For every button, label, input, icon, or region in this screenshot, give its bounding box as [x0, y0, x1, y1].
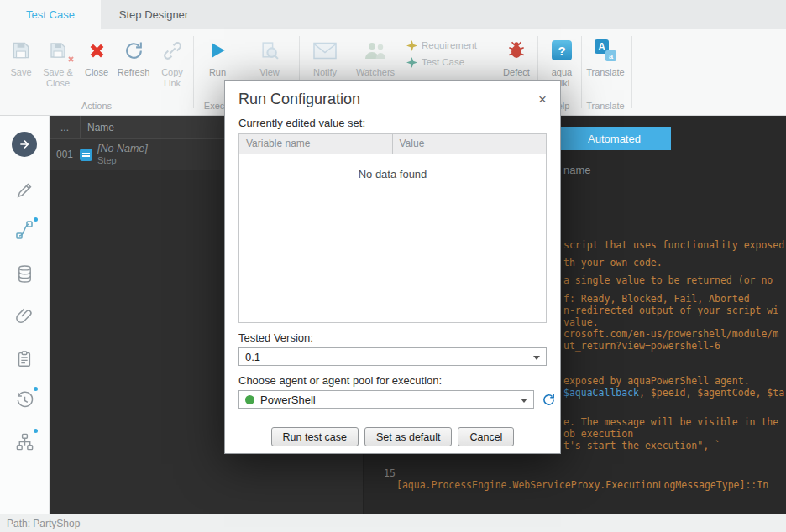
refresh-icon	[114, 34, 153, 66]
tested-version-select[interactable]: 0.1	[238, 347, 547, 366]
run-button[interactable]: Run	[198, 34, 237, 78]
link-icon	[153, 34, 191, 66]
step-number: 001	[50, 149, 75, 160]
sidebar-item-tasks[interactable]	[0, 341, 49, 378]
value-set-label: Currently edited value set:	[238, 117, 547, 129]
tab-test-case[interactable]: Test Case	[0, 0, 101, 29]
code-line: crosoft.com/en-us/powershell/module/m	[563, 328, 778, 340]
bug-icon	[497, 34, 536, 66]
value-set-table: Variable name Value No data found	[238, 133, 547, 323]
field-label-fragment: name	[563, 164, 591, 176]
set-as-default-button[interactable]: Set as default	[364, 427, 452, 446]
tab-test-case-label: Test Case	[26, 8, 75, 21]
copy-link-button[interactable]: Copy Link	[153, 34, 191, 89]
paperclip-icon	[15, 306, 34, 326]
code-line: n-redirected output of your script wi	[563, 305, 778, 316]
value-set-table-header: Variable name Value	[239, 134, 546, 154]
value-set-table-body: No data found	[239, 154, 546, 322]
steps-flow-icon	[14, 220, 34, 240]
agent-select[interactable]: PowerShell	[238, 390, 534, 409]
group-label-actions: Actions	[67, 101, 126, 111]
step-name: [No Name]	[97, 143, 148, 155]
document-tabs: Test Case Step Designer	[0, 0, 786, 29]
notify-button[interactable]: Notify	[306, 34, 344, 78]
code-line: a single value to be returned (or no	[563, 274, 773, 286]
test-case-icon	[406, 57, 417, 68]
sidebar-item-history[interactable]	[0, 381, 49, 418]
code-line: script that uses functionality exposed	[563, 239, 784, 251]
column-value[interactable]: Value	[393, 134, 547, 154]
code-line: value.	[563, 316, 599, 328]
run-configuration-dialog: Run Configuration × Currently edited val…	[224, 80, 561, 454]
code-line: t's start the execution", `	[563, 440, 720, 451]
no-data-message: No data found	[239, 154, 546, 180]
collapse-panel-button[interactable]	[0, 126, 49, 163]
chevron-down-icon	[521, 399, 527, 403]
tab-step-designer[interactable]: Step Designer	[101, 0, 207, 29]
database-icon	[15, 264, 34, 284]
code-line: ob execution	[563, 428, 633, 440]
tab-automated[interactable]: Automated	[558, 127, 671, 150]
tab-step-designer-label: Step Designer	[119, 8, 188, 21]
sidebar-item-data[interactable]	[0, 255, 49, 292]
view-icon	[250, 34, 289, 66]
close-icon	[77, 34, 116, 66]
cancel-button[interactable]: Cancel	[458, 427, 514, 446]
watchers-people-icon	[356, 34, 395, 66]
chevron-down-icon	[533, 356, 540, 360]
line-number: 15	[384, 467, 396, 479]
close-x-overlay-icon	[66, 55, 76, 64]
column-variable-name[interactable]: Variable name	[239, 134, 393, 154]
code-line: th your own code.	[563, 257, 663, 269]
sidebar-item-edit[interactable]	[0, 171, 49, 208]
save-icon	[2, 34, 40, 66]
status-bar: Path: PartyShop	[0, 514, 786, 532]
defect-button[interactable]: Defect	[497, 34, 536, 78]
column-dots[interactable]: ...	[50, 122, 80, 133]
sidebar-item-attachments[interactable]	[0, 297, 49, 334]
history-clock-icon	[15, 390, 34, 409]
help-question-icon: ?	[542, 34, 581, 66]
ribbon-separator	[581, 36, 582, 108]
run-play-icon	[198, 34, 237, 66]
code-line-variables: $aquaCallback, $peeId, $agentCode, $ta	[563, 387, 784, 399]
left-sidebar	[0, 116, 50, 514]
sidebar-item-steps[interactable]	[0, 211, 49, 248]
view-button[interactable]: View	[250, 34, 289, 78]
tested-version-value: 0.1	[245, 351, 260, 363]
watchers-button[interactable]: Watchers	[356, 34, 395, 78]
clipboard-icon	[15, 350, 34, 368]
dialog-close-icon[interactable]: ×	[538, 92, 547, 107]
pencil-icon	[15, 180, 34, 200]
path-label: Path: PartyShop	[7, 518, 80, 529]
add-item-group: Requirement Test Case	[406, 37, 477, 70]
notification-dot	[32, 216, 39, 223]
translate-icon: Aa	[586, 34, 625, 66]
agent-online-dot	[245, 395, 254, 404]
requirement-icon	[406, 40, 417, 51]
code-line-15: 15 [aqua.ProcessEngine.WebServiceProxy.E…	[364, 456, 786, 503]
step-type-label: Step	[97, 155, 148, 166]
add-test-case-button[interactable]: Test Case	[406, 54, 477, 70]
envelope-icon	[306, 34, 344, 66]
group-label-translate: Translate	[576, 101, 635, 111]
notification-dot	[32, 427, 39, 435]
translate-button[interactable]: Aa Translate	[586, 34, 625, 78]
code-line: e. The message will be visible in the	[563, 416, 778, 428]
sidebar-item-dependencies[interactable]	[0, 423, 49, 460]
ribbon-separator	[631, 36, 632, 108]
add-requirement-button[interactable]: Requirement	[406, 37, 477, 54]
refresh-button[interactable]: Refresh	[114, 34, 153, 78]
tested-version-label: Tested Version:	[238, 331, 547, 344]
save-and-close-button[interactable]: Save & Close	[39, 34, 77, 89]
refresh-agents-icon[interactable]	[542, 393, 556, 407]
code-line: f: Ready, Blocked, Fail, Aborted	[563, 293, 750, 305]
run-test-case-button[interactable]: Run test case	[271, 427, 359, 446]
dialog-title: Run Configuration	[238, 91, 360, 108]
save-and-close-icon	[39, 34, 77, 66]
save-button[interactable]: Save	[2, 34, 40, 78]
close-button[interactable]: Close	[77, 34, 116, 78]
step-type-icon	[80, 149, 92, 161]
code-line: ut_return?view=powershell-6	[563, 340, 720, 352]
agent-value: PowerShell	[260, 394, 316, 406]
